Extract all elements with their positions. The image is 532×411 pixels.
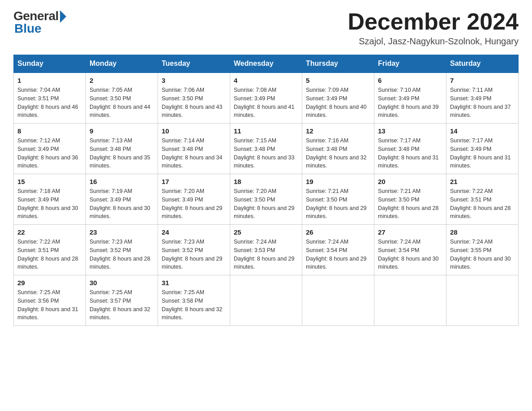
calendar-cell: 24Sunrise: 7:23 AMSunset: 3:52 PMDayligh… — [158, 225, 230, 275]
day-number: 3 — [162, 77, 226, 84]
calendar-cell: 5Sunrise: 7:09 AMSunset: 3:49 PMDaylight… — [302, 73, 374, 124]
calendar-header-tuesday: Tuesday — [158, 55, 230, 73]
logo: General Blue — [13, 9, 66, 36]
day-number: 17 — [162, 178, 226, 185]
day-number: 15 — [17, 178, 82, 185]
day-info: Sunrise: 7:21 AMSunset: 3:50 PMDaylight:… — [306, 187, 370, 221]
calendar-cell: 4Sunrise: 7:08 AMSunset: 3:49 PMDaylight… — [230, 73, 302, 124]
day-number: 28 — [450, 228, 515, 236]
calendar-cell: 22Sunrise: 7:22 AMSunset: 3:51 PMDayligh… — [14, 225, 86, 275]
calendar-cell: 3Sunrise: 7:06 AMSunset: 3:50 PMDaylight… — [158, 73, 230, 124]
calendar-week-row: 1Sunrise: 7:04 AMSunset: 3:51 PMDaylight… — [14, 73, 519, 124]
calendar-cell: 30Sunrise: 7:25 AMSunset: 3:57 PMDayligh… — [86, 275, 158, 326]
day-number: 30 — [90, 279, 154, 287]
calendar-cell: 23Sunrise: 7:23 AMSunset: 3:52 PMDayligh… — [86, 225, 158, 275]
calendar-cell: 28Sunrise: 7:24 AMSunset: 3:55 PMDayligh… — [446, 225, 519, 275]
calendar-cell: 7Sunrise: 7:11 AMSunset: 3:49 PMDaylight… — [446, 73, 519, 124]
day-info: Sunrise: 7:25 AMSunset: 3:57 PMDaylight:… — [90, 288, 154, 322]
day-number: 12 — [306, 127, 370, 135]
day-info: Sunrise: 7:17 AMSunset: 3:49 PMDaylight:… — [450, 137, 515, 170]
day-info: Sunrise: 7:16 AMSunset: 3:48 PMDaylight:… — [306, 137, 370, 170]
calendar-cell: 11Sunrise: 7:15 AMSunset: 3:48 PMDayligh… — [230, 124, 302, 174]
calendar-cell — [446, 275, 519, 326]
day-info: Sunrise: 7:14 AMSunset: 3:48 PMDaylight:… — [162, 137, 226, 170]
calendar-cell: 9Sunrise: 7:13 AMSunset: 3:48 PMDaylight… — [86, 124, 158, 174]
calendar-cell: 2Sunrise: 7:05 AMSunset: 3:50 PMDaylight… — [86, 73, 158, 124]
day-number: 18 — [234, 178, 298, 185]
day-number: 27 — [378, 228, 442, 236]
calendar-cell — [302, 275, 374, 326]
calendar-header-saturday: Saturday — [446, 55, 519, 73]
day-number: 4 — [234, 77, 298, 84]
logo-blue-text: Blue — [13, 21, 42, 36]
day-info: Sunrise: 7:23 AMSunset: 3:52 PMDaylight:… — [162, 238, 226, 271]
day-info: Sunrise: 7:13 AMSunset: 3:48 PMDaylight:… — [90, 137, 154, 170]
day-number: 23 — [90, 228, 154, 236]
calendar-header-friday: Friday — [374, 55, 446, 73]
day-info: Sunrise: 7:11 AMSunset: 3:49 PMDaylight:… — [450, 86, 515, 120]
calendar-cell: 20Sunrise: 7:21 AMSunset: 3:50 PMDayligh… — [374, 174, 446, 225]
day-info: Sunrise: 7:24 AMSunset: 3:54 PMDaylight:… — [306, 238, 370, 271]
calendar-header-row: SundayMondayTuesdayWednesdayThursdayFrid… — [14, 55, 519, 73]
day-info: Sunrise: 7:12 AMSunset: 3:49 PMDaylight:… — [17, 137, 82, 170]
page-header: General Blue December 2024 Szajol, Jasz-… — [13, 9, 519, 47]
day-number: 19 — [306, 178, 370, 185]
day-info: Sunrise: 7:25 AMSunset: 3:58 PMDaylight:… — [162, 288, 226, 322]
day-info: Sunrise: 7:06 AMSunset: 3:50 PMDaylight:… — [162, 86, 226, 120]
day-number: 31 — [162, 279, 226, 287]
calendar-cell: 14Sunrise: 7:17 AMSunset: 3:49 PMDayligh… — [446, 124, 519, 174]
day-info: Sunrise: 7:05 AMSunset: 3:50 PMDaylight:… — [90, 86, 154, 120]
day-info: Sunrise: 7:23 AMSunset: 3:52 PMDaylight:… — [90, 238, 154, 271]
day-number: 24 — [162, 228, 226, 236]
day-info: Sunrise: 7:15 AMSunset: 3:48 PMDaylight:… — [234, 137, 298, 170]
day-number: 5 — [306, 77, 370, 84]
calendar-cell: 13Sunrise: 7:17 AMSunset: 3:48 PMDayligh… — [374, 124, 446, 174]
day-number: 14 — [450, 127, 515, 135]
header-right: December 2024 Szajol, Jasz-Nagykun-Szoln… — [348, 9, 519, 47]
day-info: Sunrise: 7:08 AMSunset: 3:49 PMDaylight:… — [234, 86, 298, 120]
calendar-cell: 1Sunrise: 7:04 AMSunset: 3:51 PMDaylight… — [14, 73, 86, 124]
calendar-header-thursday: Thursday — [302, 55, 374, 73]
day-number: 8 — [17, 127, 82, 135]
day-info: Sunrise: 7:17 AMSunset: 3:48 PMDaylight:… — [378, 137, 442, 170]
calendar-cell: 12Sunrise: 7:16 AMSunset: 3:48 PMDayligh… — [302, 124, 374, 174]
calendar-header-wednesday: Wednesday — [230, 55, 302, 73]
calendar-cell: 17Sunrise: 7:20 AMSunset: 3:49 PMDayligh… — [158, 174, 230, 225]
day-info: Sunrise: 7:09 AMSunset: 3:49 PMDaylight:… — [306, 86, 370, 120]
day-info: Sunrise: 7:22 AMSunset: 3:51 PMDaylight:… — [450, 187, 515, 221]
day-number: 9 — [90, 127, 154, 135]
day-number: 26 — [306, 228, 370, 236]
day-number: 22 — [17, 228, 82, 236]
calendar-week-row: 22Sunrise: 7:22 AMSunset: 3:51 PMDayligh… — [14, 225, 519, 275]
day-number: 16 — [90, 178, 154, 185]
calendar-cell: 10Sunrise: 7:14 AMSunset: 3:48 PMDayligh… — [158, 124, 230, 174]
day-number: 2 — [90, 77, 154, 84]
calendar-week-row: 8Sunrise: 7:12 AMSunset: 3:49 PMDaylight… — [14, 124, 519, 174]
day-number: 11 — [234, 127, 298, 135]
location: Szajol, Jasz-Nagykun-Szolnok, Hungary — [348, 36, 519, 47]
calendar-week-row: 29Sunrise: 7:25 AMSunset: 3:56 PMDayligh… — [14, 275, 519, 326]
calendar-cell: 8Sunrise: 7:12 AMSunset: 3:49 PMDaylight… — [14, 124, 86, 174]
day-info: Sunrise: 7:10 AMSunset: 3:49 PMDaylight:… — [378, 86, 442, 120]
calendar-cell: 19Sunrise: 7:21 AMSunset: 3:50 PMDayligh… — [302, 174, 374, 225]
day-info: Sunrise: 7:20 AMSunset: 3:50 PMDaylight:… — [234, 187, 298, 221]
calendar-cell: 27Sunrise: 7:24 AMSunset: 3:54 PMDayligh… — [374, 225, 446, 275]
calendar-cell: 29Sunrise: 7:25 AMSunset: 3:56 PMDayligh… — [14, 275, 86, 326]
calendar-cell: 18Sunrise: 7:20 AMSunset: 3:50 PMDayligh… — [230, 174, 302, 225]
calendar-header-sunday: Sunday — [14, 55, 86, 73]
day-info: Sunrise: 7:20 AMSunset: 3:49 PMDaylight:… — [162, 187, 226, 221]
day-number: 29 — [17, 279, 82, 287]
calendar-cell: 16Sunrise: 7:19 AMSunset: 3:49 PMDayligh… — [86, 174, 158, 225]
calendar-cell — [374, 275, 446, 326]
calendar-cell — [230, 275, 302, 326]
day-info: Sunrise: 7:18 AMSunset: 3:49 PMDaylight:… — [17, 187, 82, 221]
day-info: Sunrise: 7:24 AMSunset: 3:55 PMDaylight:… — [450, 238, 515, 271]
calendar-cell: 26Sunrise: 7:24 AMSunset: 3:54 PMDayligh… — [302, 225, 374, 275]
day-number: 13 — [378, 127, 442, 135]
day-number: 7 — [450, 77, 515, 84]
day-info: Sunrise: 7:25 AMSunset: 3:56 PMDaylight:… — [17, 288, 82, 322]
day-info: Sunrise: 7:04 AMSunset: 3:51 PMDaylight:… — [17, 86, 82, 120]
day-number: 6 — [378, 77, 442, 84]
month-title: December 2024 — [348, 9, 519, 34]
day-number: 1 — [17, 77, 82, 84]
